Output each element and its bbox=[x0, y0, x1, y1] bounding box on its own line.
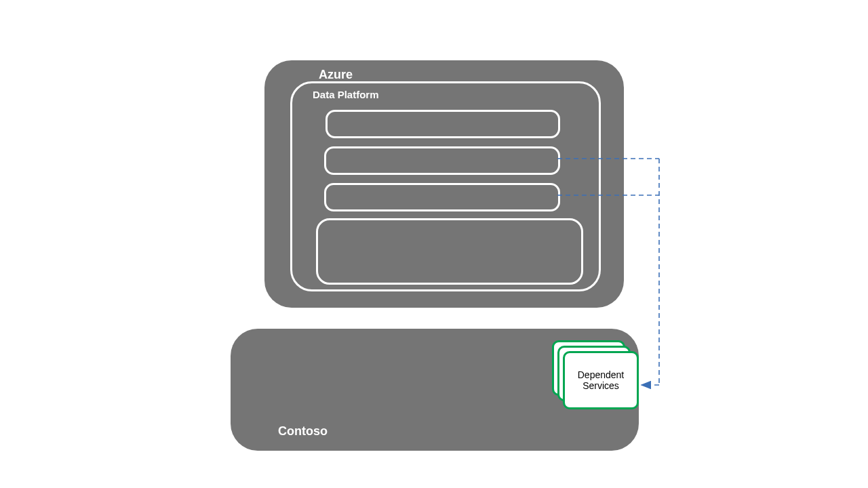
dependent-services-card-front: Dependent Services bbox=[563, 351, 639, 409]
dependent-services-line2: Services bbox=[583, 380, 619, 391]
contoso-label: Contoso bbox=[278, 424, 328, 439]
dependent-services-line1: Dependent bbox=[578, 369, 625, 380]
platform-slot-3 bbox=[324, 183, 560, 211]
platform-slot-large bbox=[316, 218, 583, 285]
platform-slot-1 bbox=[326, 110, 560, 138]
dependent-services-text: Dependent Services bbox=[578, 369, 625, 391]
platform-slot-2 bbox=[324, 146, 560, 175]
azure-label: Azure bbox=[319, 68, 353, 82]
data-platform-label: Data Platform bbox=[313, 89, 379, 100]
